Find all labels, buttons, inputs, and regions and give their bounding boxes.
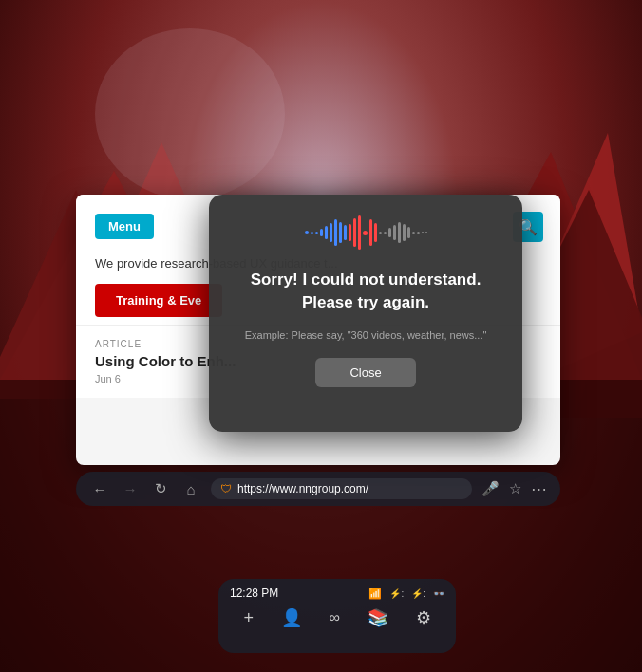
training-button[interactable]: Training & Eve — [95, 284, 222, 317]
taskbar: 12:28 PM 📶 ⚡: ⚡: 👓 + 👤 ∞ 📚 ⚙ — [218, 579, 456, 653]
library-button[interactable]: 📚 — [368, 607, 388, 628]
bookmark-button[interactable]: ☆ — [509, 480, 521, 497]
more-options-button[interactable]: ⋯ — [531, 479, 547, 499]
forward-button[interactable]: → — [120, 481, 141, 497]
url-bar: 🛡 https://www.nngroup.com/ — [211, 478, 472, 499]
wifi-icon: 📶 — [368, 588, 382, 600]
infinity-icon: ∞ — [330, 609, 340, 626]
infinity-button[interactable]: ∞ — [330, 609, 340, 626]
settings-button[interactable]: ⚙ — [416, 607, 431, 628]
back-button[interactable]: ← — [89, 481, 110, 497]
address-bar: ← → ↻ ⌂ 🛡 https://www.nngroup.com/ 🎤 ☆ ⋯ — [76, 472, 560, 506]
person-icon: 👤 — [281, 607, 302, 628]
signal-icon1: ⚡: — [389, 588, 404, 599]
add-button[interactable]: + — [243, 608, 254, 628]
vr-icon: 👓 — [433, 588, 444, 599]
dialog-example: Example: Please say, "360 videos, weathe… — [245, 329, 487, 341]
close-button[interactable]: Close — [315, 358, 415, 387]
microphone-button[interactable]: 🎤 — [482, 480, 500, 497]
plus-icon: + — [243, 608, 254, 628]
shield-icon: 🛡 — [220, 482, 232, 495]
menu-button[interactable]: Menu — [95, 214, 154, 239]
svg-point-7 — [95, 28, 285, 199]
library-icon: 📚 — [368, 607, 388, 628]
clock: 12:28 PM — [230, 587, 278, 600]
avatar-button[interactable]: 👤 — [281, 607, 302, 628]
sound-wave — [305, 214, 427, 252]
gear-icon: ⚙ — [416, 607, 431, 628]
error-dialog: Sorry! I could not understand. Please tr… — [209, 195, 522, 432]
reload-button[interactable]: ↻ — [150, 480, 171, 497]
url-text: https://www.nngroup.com/ — [237, 482, 368, 495]
home-button[interactable]: ⌂ — [180, 481, 201, 497]
signal-icon2: ⚡: — [411, 588, 425, 599]
dialog-title: Sorry! I could not understand. Please tr… — [251, 269, 482, 314]
